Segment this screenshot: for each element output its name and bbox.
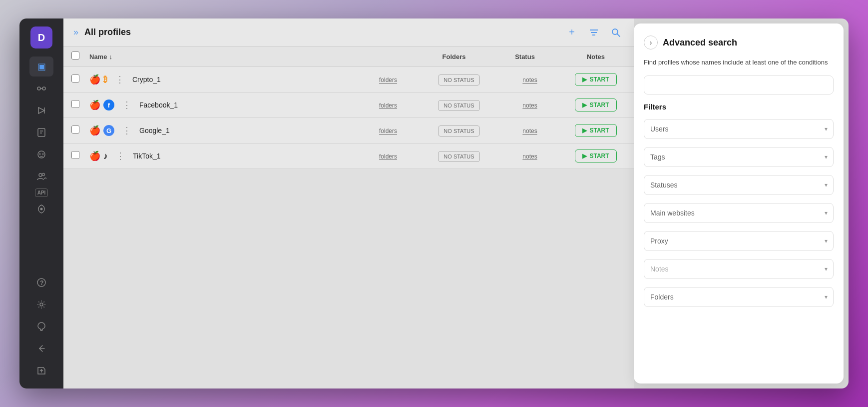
row-notes-3[interactable]: notes — [500, 126, 560, 135]
row-menu-1[interactable]: ⋮ — [113, 74, 126, 85]
start-play-icon: ▶ — [582, 152, 587, 160]
row-name-1: Crypto_1 — [132, 76, 352, 84]
row-status-2: NO STATUS — [424, 100, 494, 110]
facebook-icon: f — [103, 100, 114, 110]
svg-point-0 — [37, 87, 40, 90]
sidebar-item-proxy[interactable] — [29, 78, 53, 98]
row-notes-1[interactable]: notes — [500, 75, 560, 84]
panel-title: Advanced search — [663, 38, 737, 48]
row-icons-4: 🍎 ♪ — [89, 150, 108, 162]
apple-icon: 🍎 — [89, 125, 100, 136]
advanced-search-panel: › Advanced search Find profiles whose na… — [634, 24, 844, 384]
sidebar-item-users[interactable] — [29, 166, 53, 186]
svg-point-10 — [42, 154, 44, 155]
row-checkbox-3[interactable] — [71, 126, 83, 136]
table-body: 🍎 ₿ ⋮ Crypto_1 folders NO STATUS notes ▶ — [63, 67, 634, 388]
col-header-folders: Folders — [424, 53, 484, 60]
row-menu-4[interactable]: ⋮ — [114, 150, 127, 162]
svg-line-23 — [617, 34, 620, 36]
expand-icon[interactable]: » — [73, 27, 78, 38]
row-status-1: NO STATUS — [424, 75, 494, 84]
search-button[interactable] — [608, 24, 624, 40]
panel-back-button[interactable]: › — [644, 36, 658, 50]
row-checkbox-1[interactable] — [71, 74, 83, 84]
filter-main-websites[interactable]: Main websites — [644, 203, 834, 223]
checkbox-all[interactable] — [71, 52, 79, 60]
filter-notes[interactable] — [644, 259, 834, 279]
checkbox-4[interactable] — [71, 151, 79, 159]
checkbox-2[interactable] — [71, 100, 79, 108]
table-row: 🍎 f ⋮ Facebook_1 folders NO STATUS notes… — [63, 92, 634, 118]
folders-select[interactable]: Folders — [644, 287, 834, 307]
sort-icon: ↓ — [109, 53, 112, 60]
checkbox-3[interactable] — [71, 126, 79, 134]
tags-select[interactable]: Tags — [644, 147, 834, 167]
filter-proxy[interactable]: Proxy — [644, 231, 834, 251]
start-play-icon: ▶ — [582, 102, 587, 108]
statuses-select[interactable]: Statuses — [644, 175, 834, 195]
row-status-4: NO STATUS — [424, 152, 494, 160]
filter-folders[interactable]: Folders — [644, 287, 834, 307]
row-menu-2[interactable]: ⋮ — [120, 100, 133, 110]
sidebar-item-automation[interactable] — [29, 100, 53, 120]
svg-point-13 — [40, 208, 43, 210]
col-header-notes: Notes — [566, 53, 626, 60]
sidebar-item-help[interactable]: ? — [29, 272, 53, 292]
add-button[interactable]: + — [564, 24, 580, 40]
sidebar-item-back[interactable] — [29, 338, 53, 358]
header: » All profiles + — [63, 18, 634, 46]
header-actions: + — [564, 24, 624, 40]
notes-input[interactable] — [644, 259, 834, 279]
row-notes-2[interactable]: notes — [500, 100, 560, 110]
profile-name-search-input[interactable] — [644, 76, 834, 94]
filter-tags[interactable]: Tags — [644, 147, 834, 167]
main-websites-select[interactable]: Main websites — [644, 203, 834, 223]
start-button-4[interactable]: ▶ START — [575, 150, 616, 162]
sidebar-item-bookmarks[interactable] — [29, 122, 53, 142]
svg-text:?: ? — [40, 280, 43, 286]
filter-button[interactable] — [586, 24, 602, 40]
row-folders-1[interactable]: folders — [358, 75, 418, 84]
tiktok-icon: ♪ — [103, 151, 108, 162]
col-header-status: Status — [490, 53, 560, 60]
main-content: » All profiles + — [63, 18, 634, 388]
col-header-name[interactable]: Name ↓ — [89, 53, 418, 60]
start-play-icon: ▶ — [582, 127, 587, 134]
row-folders-2[interactable]: folders — [358, 100, 418, 110]
start-button-3[interactable]: ▶ START — [575, 124, 616, 137]
filters-section: Filters — [644, 102, 834, 111]
row-notes-4[interactable]: notes — [500, 152, 560, 160]
row-checkbox-4[interactable] — [71, 151, 83, 161]
row-folders-4[interactable]: folders — [358, 152, 418, 160]
sidebar-item-bots[interactable] — [29, 144, 53, 164]
row-folders-3[interactable]: folders — [358, 126, 418, 135]
sidebar-item-launch[interactable] — [29, 199, 53, 219]
row-status-3: NO STATUS — [424, 126, 494, 135]
sidebar-item-export[interactable] — [29, 360, 53, 380]
google-icon: G — [103, 125, 114, 136]
filter-statuses[interactable]: Statuses — [644, 175, 834, 195]
table-row: 🍎 G ⋮ Google_1 folders NO STATUS notes ▶ — [63, 118, 634, 144]
start-play-icon: ▶ — [582, 76, 587, 83]
row-name-2: Facebook_1 — [139, 101, 352, 109]
row-name-4: TikTok_1 — [133, 152, 352, 160]
row-icons-3: 🍎 G — [89, 125, 114, 136]
sidebar-item-tips[interactable] — [29, 316, 53, 336]
sidebar-item-profiles[interactable]: ▣ — [29, 56, 53, 76]
row-menu-3[interactable]: ⋮ — [120, 125, 133, 136]
select-all-checkbox[interactable] — [71, 52, 83, 62]
start-button-2[interactable]: ▶ START — [575, 98, 616, 112]
users-select[interactable]: Users — [644, 119, 834, 139]
panel-header: › Advanced search — [644, 36, 834, 50]
proxy-select[interactable]: Proxy — [644, 231, 834, 251]
filter-users[interactable]: Users — [644, 119, 834, 139]
crypto-icon: ₿ — [103, 75, 107, 84]
row-checkbox-2[interactable] — [71, 100, 83, 110]
app-logo[interactable]: D — [30, 26, 52, 48]
sidebar-item-api[interactable]: API — [35, 188, 48, 197]
start-button-1[interactable]: ▶ START — [575, 73, 616, 86]
checkbox-1[interactable] — [71, 74, 79, 82]
row-icons-1: 🍎 ₿ — [89, 74, 107, 85]
table-row: 🍎 ♪ ⋮ TikTok_1 folders NO STATUS notes ▶ — [63, 144, 634, 169]
sidebar-item-settings[interactable] — [29, 294, 53, 314]
